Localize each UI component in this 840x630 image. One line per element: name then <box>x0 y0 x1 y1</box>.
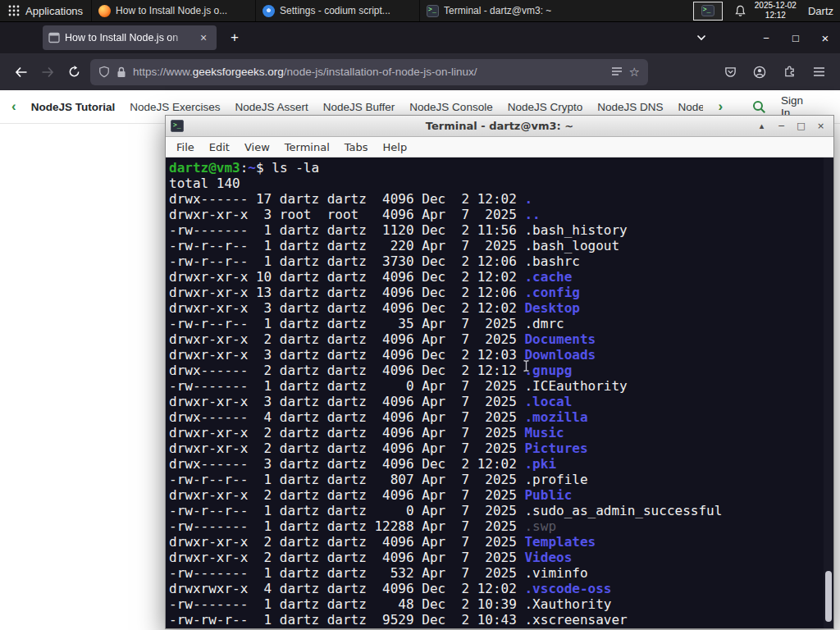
file-name: Pictures <box>524 441 587 456</box>
settings-icon <box>262 5 275 17</box>
terminal-shade-button[interactable]: ▴ <box>754 119 769 134</box>
extensions-button[interactable] <box>776 59 802 85</box>
window-close-button[interactable]: × <box>810 25 840 50</box>
gfg-nav-item[interactable]: NodeJS Assert <box>235 101 308 113</box>
terminal-output-line: drwxr-xr-x 13 dartz dartz 4096 Dec 2 12:… <box>169 285 833 300</box>
file-meta: drwxr-xr-x 3 dartz dartz 4096 Dec 2 12:0… <box>169 347 524 363</box>
terminal-lines: dartz@vm3:~$ ls -latotal 140drwx------ 1… <box>169 160 833 628</box>
file-name: .bashrc <box>524 253 579 269</box>
terminal-output-line: drwxr-xr-x 3 dartz dartz 4096 Apr 7 2025… <box>169 394 833 409</box>
terminal-scrollbar[interactable] <box>824 158 833 628</box>
terminal-output-line: drwxr-xr-x 2 dartz dartz 4096 Apr 7 2025… <box>169 534 833 550</box>
tab-close-button[interactable]: × <box>196 31 211 44</box>
file-meta: drwxr-xr-x 13 dartz dartz 4096 Dec 2 12:… <box>169 285 524 300</box>
panel-user-label: Dartz <box>808 5 833 17</box>
terminal-maximize-button[interactable]: □ <box>793 119 809 134</box>
browser-tab-active[interactable]: How to Install Node.js on × <box>43 25 217 50</box>
reload-icon <box>68 66 80 78</box>
terminal-output-line: -rw------- 1 dartz dartz 1120 Dec 2 11:5… <box>169 222 833 238</box>
menu-button[interactable] <box>806 59 832 85</box>
terminal-output-line: -rw-r--r-- 1 dartz dartz 220 Apr 7 2025 … <box>169 238 833 253</box>
window-minimize-button[interactable]: − <box>751 25 781 50</box>
terminal-close-button[interactable]: × <box>813 119 829 134</box>
file-name: Videos <box>524 550 572 565</box>
gfg-nav-item[interactable]: NodeJS Tutorial <box>31 101 116 113</box>
terminal-menu-view[interactable]: View <box>237 141 277 153</box>
file-meta: drwxr-xr-x 2 dartz dartz 4096 Apr 7 2025 <box>169 425 524 441</box>
terminal-output-line: drwxr-xr-x 2 dartz dartz 4096 Apr 7 2025… <box>169 550 833 565</box>
bookmark-star-icon[interactable]: ☆ <box>629 65 640 80</box>
terminal-output-line: drwxrwxr-x 4 dartz dartz 4096 Dec 2 12:0… <box>169 581 833 596</box>
taskbar-window-button[interactable]: How to Install Node.js o... <box>91 0 255 21</box>
tab-favicon <box>48 32 60 43</box>
terminal-output-area[interactable]: dartz@vm3:~$ ls -latotal 140drwx------ 1… <box>166 158 833 628</box>
panel-clock[interactable]: 2025-12-02 12:12 <box>755 1 797 21</box>
gfg-nav-item[interactable]: NodeJS Console <box>409 101 492 113</box>
gfg-nav-items: NodeJS TutorialNodeJS ExercisesNodeJS As… <box>31 101 704 113</box>
gfg-nav-item[interactable]: Node <box>678 101 704 113</box>
terminal-menu-file[interactable]: File <box>169 141 202 153</box>
nav-scroll-right-icon[interactable]: › <box>718 98 723 115</box>
terminal-output-line: -rw------- 1 dartz dartz 48 Dec 2 10:39 … <box>169 596 833 612</box>
terminal-icon <box>427 5 439 17</box>
file-meta: -rw-rw-r-- 1 dartz dartz 9529 Dec 2 10:4… <box>169 612 524 628</box>
terminal-output-line: drwxr-xr-x 2 dartz dartz 4096 Apr 7 2025… <box>169 441 833 456</box>
file-meta: -rw------- 1 dartz dartz 1120 Dec 2 11:5… <box>169 222 524 238</box>
taskbar-window-title: How to Install Node.js o... <box>116 5 227 16</box>
hamburger-menu-icon <box>813 66 825 77</box>
chevron-down-icon <box>696 34 706 41</box>
file-name: .mozilla <box>524 409 587 425</box>
terminal-minimize-button[interactable]: − <box>774 119 789 134</box>
file-meta: drwx------ 2 dartz dartz 4096 Dec 2 12:1… <box>169 363 524 378</box>
file-name: . <box>524 191 532 207</box>
forward-button[interactable] <box>34 59 61 85</box>
file-name: .dmrc <box>524 316 564 331</box>
file-meta: -rw-r--r-- 1 dartz dartz 807 Apr 7 2025 <box>169 472 524 487</box>
back-button[interactable] <box>8 59 34 85</box>
applications-menu-button[interactable]: Applications <box>0 0 91 21</box>
terminal-output-line: total 140 <box>169 176 833 191</box>
pocket-button[interactable] <box>717 59 743 85</box>
search-icon[interactable] <box>752 100 766 114</box>
list-all-tabs-button[interactable] <box>691 34 712 41</box>
window-maximize-button[interactable]: □ <box>781 25 810 50</box>
terminal-output-line: drwx------ 4 dartz dartz 4096 Apr 7 2025… <box>169 409 833 425</box>
taskbar-window-button[interactable]: Settings - codium script... <box>255 0 419 21</box>
tray-terminal-icon <box>701 5 714 16</box>
account-button[interactable] <box>746 59 773 85</box>
terminal-scrollbar-thumb[interactable] <box>825 571 832 622</box>
new-tab-button[interactable]: + <box>223 26 246 49</box>
file-name: .vscode-oss <box>524 581 611 596</box>
terminal-output-line: drwxr-xr-x 3 dartz dartz 4096 Dec 2 12:0… <box>169 300 833 316</box>
reload-button[interactable] <box>61 59 87 85</box>
gfg-nav-item[interactable]: NodeJS Buffer <box>323 101 395 113</box>
file-name: .xscreensaver <box>524 612 627 628</box>
terminal-menu-edit[interactable]: Edit <box>202 141 237 153</box>
file-meta: drwxrwxr-x 4 dartz dartz 4096 Dec 2 12:0… <box>169 581 524 596</box>
prompt-separator: : <box>240 160 249 176</box>
tray-terminal-launcher[interactable] <box>693 2 723 21</box>
gfg-nav-item[interactable]: NodeJS Exercises <box>130 101 220 113</box>
file-name: Music <box>524 425 564 441</box>
file-meta: drwxr-xr-x 2 dartz dartz 4096 Apr 7 2025 <box>169 534 524 550</box>
terminal-menu-tabs[interactable]: Tabs <box>337 141 376 153</box>
terminal-menubar: FileEditViewTerminalTabsHelp <box>166 137 833 158</box>
gfg-nav-item[interactable]: NodeJS Crypto <box>508 101 583 113</box>
browser-nav-toolbar: https://www.geeksforgeeks.org/node-js/in… <box>0 53 840 90</box>
file-meta: -rw-r--r-- 1 dartz dartz 0 Apr 7 2025 <box>169 503 524 518</box>
url-text: https://www.geeksforgeeks.org/node-js/in… <box>133 66 605 78</box>
terminal-menu-terminal[interactable]: Terminal <box>277 141 337 153</box>
gfg-nav-item[interactable]: NodeJS DNS <box>597 101 663 113</box>
nav-scroll-left-icon[interactable]: ‹ <box>11 98 16 115</box>
file-meta: -rw------- 1 dartz dartz 48 Dec 2 10:39 <box>169 596 524 612</box>
terminal-output-line: -rw------- 1 dartz dartz 0 Apr 7 2025 .I… <box>169 378 833 394</box>
account-icon <box>753 66 766 79</box>
notification-bell-button[interactable] <box>734 5 746 17</box>
terminal-menu-help[interactable]: Help <box>376 141 415 153</box>
file-name: .cache <box>524 269 572 285</box>
taskbar-window-button[interactable]: Terminal - dartz@vm3: ~ <box>419 0 583 21</box>
terminal-titlebar[interactable]: Terminal - dartz@vm3: ~ ▴ − □ × <box>166 116 833 137</box>
reader-view-icon[interactable] <box>611 66 623 77</box>
url-bar[interactable]: https://www.geeksforgeeks.org/node-js/in… <box>90 59 648 85</box>
back-arrow-icon <box>15 66 28 78</box>
